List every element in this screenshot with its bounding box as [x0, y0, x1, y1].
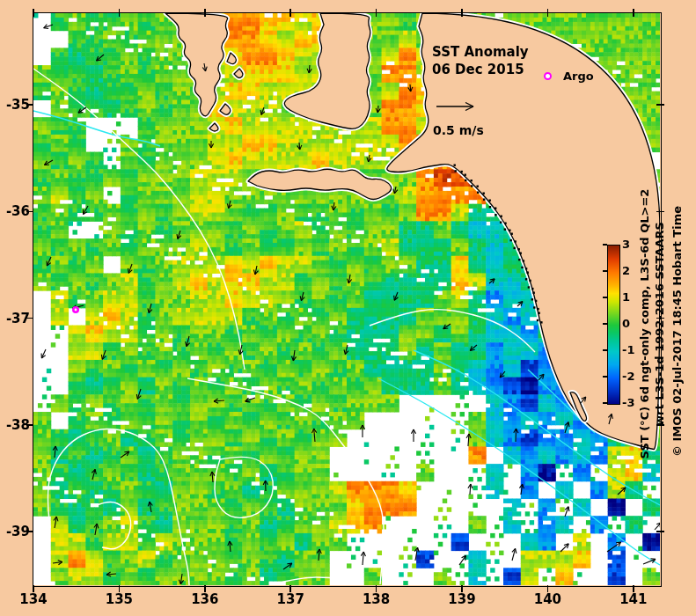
y-axis-tick-right — [656, 424, 664, 426]
x-axis-tick-top — [633, 9, 634, 17]
colorbar-caption-line2: wrt L3S-1d 1992-2016 SSTAARS — [652, 130, 667, 517]
colorbar — [607, 245, 620, 405]
x-axis-tick-top — [289, 9, 291, 17]
x-axis-label: 135 — [92, 591, 145, 607]
colorbar-tick — [603, 323, 607, 324]
x-axis-label: 136 — [179, 591, 231, 607]
colorbar-caption: SST (°C) 6d ngt-only comp, L3S-6d QL>=2 … — [637, 130, 667, 517]
x-axis-label: 141 — [607, 591, 660, 607]
y-axis-label: -39 — [0, 524, 30, 539]
x-axis-label: 140 — [521, 591, 574, 607]
colorbar-tick-label: 0 — [622, 317, 630, 330]
x-axis-tick-top — [119, 9, 121, 17]
current-scale-label: 0.5 m/s — [433, 123, 484, 137]
y-axis-label: -36 — [0, 203, 30, 219]
argo-legend-marker — [544, 72, 552, 80]
x-axis-tick-top — [461, 9, 463, 17]
y-axis-label: -38 — [0, 417, 30, 433]
y-axis-label: -35 — [0, 97, 30, 113]
sst-map-canvas — [33, 13, 660, 585]
current-scale-arrow — [434, 99, 480, 114]
colorbar-tick — [603, 376, 607, 377]
colorbar-tick-label: 1 — [622, 290, 630, 304]
colorbar-caption-line1: SST (°C) 6d ngt-only comp, L3S-6d QL>=2 — [637, 130, 652, 517]
colorbar-tick — [603, 244, 607, 245]
x-axis-tick-top — [376, 9, 377, 17]
colorbar-tick — [603, 349, 607, 350]
colorbar-tick — [603, 297, 607, 297]
sst-anomaly-figure: SST Anomaly 06 Dec 2015 Argo 0.5 m/s SST… — [0, 0, 696, 616]
colorbar-tick — [603, 402, 607, 403]
plot-date: 06 Dec 2015 — [432, 62, 524, 77]
colorbar-tick-label: -2 — [622, 370, 634, 383]
y-axis-tick-right — [656, 104, 664, 106]
y-axis-label: -37 — [0, 311, 30, 326]
colorbar-tick — [603, 270, 607, 271]
x-axis-tick-top — [547, 9, 549, 17]
argo-legend-label: Argo — [563, 70, 594, 83]
x-axis-label: 139 — [436, 591, 488, 607]
y-axis-tick-right — [656, 531, 664, 532]
x-axis-label: 138 — [350, 591, 403, 607]
attribution-text: © IMOS 02-Jul-2017 18:45 Hobart Time — [670, 121, 684, 543]
colorbar-tick-label: -1 — [622, 343, 634, 356]
x-axis-label: 137 — [264, 591, 317, 607]
plot-title: SST Anomaly — [432, 44, 529, 60]
colorbar-tick-label: 3 — [622, 238, 630, 251]
colorbar-tick-label: -3 — [622, 396, 634, 409]
y-axis-tick-right — [656, 318, 664, 319]
x-axis-tick-top — [33, 9, 34, 17]
x-axis-tick-top — [204, 9, 206, 17]
colorbar-tick-label: 2 — [622, 264, 630, 277]
x-axis-label: 134 — [7, 591, 60, 607]
y-axis-tick-right — [656, 211, 664, 213]
